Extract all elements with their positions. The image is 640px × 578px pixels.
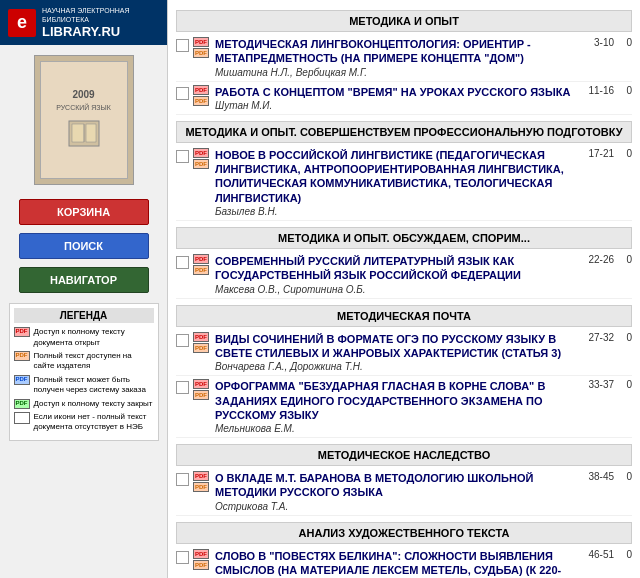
- article-checkbox[interactable]: [176, 87, 189, 100]
- article-row: PDFPDFРАБОТА С КОНЦЕПТОМ "ВРЕМЯ" НА УРОК…: [176, 82, 632, 115]
- article-icons: PDFPDF: [193, 549, 211, 570]
- article-title[interactable]: ВИДЫ СОЧИНЕНИЙ В ФОРМАТЕ ОГЭ ПО РУССКОМУ…: [215, 332, 575, 361]
- pdf-icon-open[interactable]: PDF: [193, 332, 209, 342]
- book-cover: 2009 РУССКИЙ ЯЗЫК: [34, 55, 134, 185]
- article-text: СЛОВО В "ПОВЕСТЯХ БЕЛКИНА": СЛОЖНОСТИ ВЫ…: [215, 549, 575, 578]
- pdf-icon-open[interactable]: PDF: [193, 254, 209, 264]
- article-checkbox[interactable]: [176, 381, 189, 394]
- article-row: PDFPDFСОВРЕМЕННЫЙ РУССКИЙ ЛИТЕРАТУРНЫЙ Я…: [176, 251, 632, 299]
- pdf-icon-publisher[interactable]: PDF: [193, 48, 209, 58]
- legend-title: ЛЕГЕНДА: [14, 308, 154, 323]
- legend-icon-order: PDF: [14, 375, 30, 385]
- pdf-icon-publisher[interactable]: PDF: [193, 560, 209, 570]
- article-author: Максева О.В., Сиротинина О.Б.: [215, 284, 575, 295]
- legend-icon-publisher: PDF: [14, 351, 30, 361]
- article-count: 0: [618, 332, 632, 343]
- article-title[interactable]: СОВРЕМЕННЫЙ РУССКИЙ ЛИТЕРАТУРНЫЙ ЯЗЫК КА…: [215, 254, 575, 283]
- main-content: МЕТОДИКА И ОПЫТPDFPDFМЕТОДИЧЕСКАЯ ЛИНГВО…: [168, 0, 640, 578]
- article-row: PDFPDFСЛОВО В "ПОВЕСТЯХ БЕЛКИНА": СЛОЖНО…: [176, 546, 632, 578]
- legend-item-4: PDF Доступ к полному тексту закрыт: [14, 399, 154, 409]
- article-checkbox[interactable]: [176, 551, 189, 564]
- sidebar: e НАУЧНАЯ ЭЛЕКТРОННАЯ БИБЛИОТЕКА LIBRARY…: [0, 0, 168, 578]
- logo-text-block: НАУЧНАЯ ЭЛЕКТРОННАЯ БИБЛИОТЕКА LIBRARY.R…: [42, 6, 129, 39]
- pdf-icon-publisher[interactable]: PDF: [193, 96, 209, 106]
- search-button[interactable]: ПОИСК: [19, 233, 149, 259]
- legend-item-3: PDF Полный текст может быть получен чере…: [14, 375, 154, 396]
- pdf-icon-publisher[interactable]: PDF: [193, 343, 209, 353]
- article-pages: 3-10: [579, 37, 614, 48]
- article-row: PDFPDFМЕТОДИЧЕСКАЯ ЛИНГВОКОНЦЕПТОЛОГИЯ: …: [176, 34, 632, 82]
- article-checkbox[interactable]: [176, 256, 189, 269]
- legend-text-2: Полный текст доступен на сайте издателя: [34, 351, 154, 372]
- article-title[interactable]: ОРФОГРАММА "БЕЗУДАРНАЯ ГЛАСНАЯ В КОРНЕ С…: [215, 379, 575, 422]
- logo-subtitle: НАУЧНАЯ ЭЛЕКТРОННАЯ БИБЛИОТЕКА: [42, 6, 129, 24]
- svg-rect-1: [72, 124, 84, 142]
- logo-e-icon: e: [8, 9, 36, 37]
- legend-item-1: PDF Доступ к полному тексту документа от…: [14, 327, 154, 348]
- article-checkbox[interactable]: [176, 150, 189, 163]
- article-checkbox[interactable]: [176, 39, 189, 52]
- article-checkbox[interactable]: [176, 473, 189, 486]
- legend-item-5: Если икони нет - полный текст документа …: [14, 412, 154, 433]
- article-text: ВИДЫ СОЧИНЕНИЙ В ФОРМАТЕ ОГЭ ПО РУССКОМУ…: [215, 332, 575, 373]
- pdf-icon-open[interactable]: PDF: [193, 471, 209, 481]
- article-title[interactable]: МЕТОДИЧЕСКАЯ ЛИНГВОКОНЦЕПТОЛОГИЯ: ОРИЕНТ…: [215, 37, 575, 66]
- book-cover-inner: 2009 РУССКИЙ ЯЗЫК: [40, 61, 128, 179]
- article-count: 0: [618, 37, 632, 48]
- article-icons: PDFPDF: [193, 332, 211, 353]
- book-illustration: [64, 111, 104, 151]
- article-icons: PDFPDF: [193, 254, 211, 275]
- article-author: Базылев В.Н.: [215, 206, 575, 217]
- navigator-button[interactable]: НАВИГАТОР: [19, 267, 149, 293]
- article-author: Острикова Т.А.: [215, 501, 575, 512]
- legend-icon-closed: PDF: [14, 399, 30, 409]
- article-title[interactable]: РАБОТА С КОНЦЕПТОМ "ВРЕМЯ" НА УРОКАХ РУС…: [215, 85, 575, 99]
- logo-area: e НАУЧНАЯ ЭЛЕКТРОННАЯ БИБЛИОТЕКА LIBRARY…: [0, 0, 167, 45]
- article-text: СОВРЕМЕННЫЙ РУССКИЙ ЛИТЕРАТУРНЫЙ ЯЗЫК КА…: [215, 254, 575, 295]
- legend-text-1: Доступ к полному тексту документа открыт: [34, 327, 154, 348]
- article-text: НОВОЕ В РОССИЙСКОЙ ЛИНГВИСТИКЕ (ПЕДАГОГИ…: [215, 148, 575, 217]
- svg-rect-2: [86, 124, 96, 142]
- article-icons: PDFPDF: [193, 37, 211, 58]
- article-count: 0: [618, 471, 632, 482]
- pdf-icon-open[interactable]: PDF: [193, 148, 209, 158]
- legend-icon-open: PDF: [14, 327, 30, 337]
- article-pages: 27-32: [579, 332, 614, 343]
- article-title[interactable]: СЛОВО В "ПОВЕСТЯХ БЕЛКИНА": СЛОЖНОСТИ ВЫ…: [215, 549, 575, 578]
- article-title[interactable]: НОВОЕ В РОССИЙСКОЙ ЛИНГВИСТИКЕ (ПЕДАГОГИ…: [215, 148, 575, 205]
- pdf-icon-publisher[interactable]: PDF: [193, 265, 209, 275]
- article-row: PDFPDFВИДЫ СОЧИНЕНИЙ В ФОРМАТЕ ОГЭ ПО РУ…: [176, 329, 632, 377]
- article-icons: PDFPDF: [193, 85, 211, 106]
- cart-button[interactable]: КОРЗИНА: [19, 199, 149, 225]
- article-pages: 22-26: [579, 254, 614, 265]
- pdf-icon-open[interactable]: PDF: [193, 85, 209, 95]
- logo-name[interactable]: LIBRARY.RU: [42, 24, 129, 39]
- article-text: МЕТОДИЧЕСКАЯ ЛИНГВОКОНЦЕПТОЛОГИЯ: ОРИЕНТ…: [215, 37, 575, 78]
- article-icons: PDFPDF: [193, 148, 211, 169]
- article-count: 0: [618, 85, 632, 96]
- article-pages: 38-45: [579, 471, 614, 482]
- pdf-icon-open[interactable]: PDF: [193, 549, 209, 559]
- article-count: 0: [618, 148, 632, 159]
- article-author: Мишатина Н.Л., Вербицкая М.Г.: [215, 67, 575, 78]
- article-pages: 11-16: [579, 85, 614, 96]
- article-author: Шутан М.И.: [215, 100, 575, 111]
- pdf-icon-open[interactable]: PDF: [193, 37, 209, 47]
- article-row: PDFPDFОРФОГРАММА "БЕЗУДАРНАЯ ГЛАСНАЯ В К…: [176, 376, 632, 438]
- section-header-1: МЕТОДИКА И ОПЫТ. СОВЕРШЕНСТВУЕМ ПРОФЕССИ…: [176, 121, 632, 143]
- article-checkbox[interactable]: [176, 334, 189, 347]
- legend-text-4: Доступ к полному тексту закрыт: [34, 399, 153, 409]
- article-count: 0: [618, 254, 632, 265]
- legend-text-5: Если икони нет - полный текст документа …: [34, 412, 154, 433]
- section-header-0: МЕТОДИКА И ОПЫТ: [176, 10, 632, 32]
- pdf-icon-publisher[interactable]: PDF: [193, 482, 209, 492]
- article-icons: PDFPDF: [193, 471, 211, 492]
- article-row: PDFPDFО ВКЛАДЕ М.Т. БАРАНОВА В МЕТОДОЛОГ…: [176, 468, 632, 516]
- article-title[interactable]: О ВКЛАДЕ М.Т. БАРАНОВА В МЕТОДОЛОГИЮ ШКО…: [215, 471, 575, 500]
- legend-box: ЛЕГЕНДА PDF Доступ к полному тексту доку…: [9, 303, 159, 441]
- section-header-2: МЕТОДИКА И ОПЫТ. ОБСУЖДАЕМ, СПОРИМ...: [176, 227, 632, 249]
- pdf-icon-open[interactable]: PDF: [193, 379, 209, 389]
- article-count: 0: [618, 549, 632, 560]
- pdf-icon-publisher[interactable]: PDF: [193, 159, 209, 169]
- pdf-icon-publisher[interactable]: PDF: [193, 390, 209, 400]
